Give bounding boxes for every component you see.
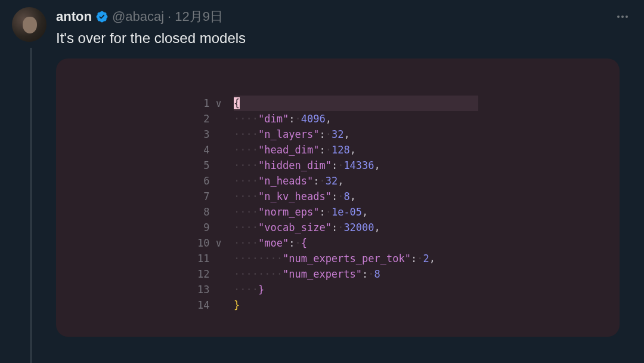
fold-chevron-icon[interactable]: ∨: [209, 97, 228, 109]
line-number: 12: [197, 266, 228, 282]
code-card: 1 ∨ 2 3 4 5 6 7 8 9 10 ∨ 11 12 13 14 {··…: [56, 59, 620, 337]
tweet: anton @abacaj · 12月9日 It's over for the …: [0, 0, 644, 344]
fold-chevron-icon: [209, 175, 228, 187]
code-line: ····"vocab_size":·32000,: [234, 220, 478, 235]
code-line: ····"n_heads":·32,: [234, 173, 478, 189]
code-block: 1 ∨ 2 3 4 5 6 7 8 9 10 ∨ 11 12 13 14 {··…: [68, 96, 608, 313]
line-number: 6: [197, 173, 228, 189]
tweet-body: anton @abacaj · 12月9日 It's over for the …: [56, 7, 632, 337]
fold-chevron-icon[interactable]: ∨: [209, 237, 228, 249]
code-gutter: 1 ∨ 2 3 4 5 6 7 8 9 10 ∨ 11 12 13 14: [197, 96, 234, 313]
line-number: 5: [197, 158, 228, 173]
display-name[interactable]: anton: [56, 9, 92, 24]
line-number: 10 ∨: [197, 235, 228, 251]
fold-chevron-icon: [209, 113, 228, 125]
code-line: {: [234, 96, 478, 111]
thread-line: [30, 48, 32, 363]
selected-brace: {: [234, 97, 240, 109]
fold-chevron-icon: [209, 299, 228, 311]
line-number: 14: [197, 297, 228, 313]
svg-point-0: [617, 16, 620, 18]
code-line: ····"head_dim":·128,: [234, 142, 478, 158]
line-number: 7: [197, 189, 228, 204]
separator: ·: [168, 9, 171, 24]
fold-chevron-icon: [209, 268, 228, 280]
fold-chevron-icon: [209, 284, 228, 296]
line-number: 3: [197, 127, 228, 142]
code-line: ····"moe":·{: [234, 235, 478, 251]
fold-chevron-icon: [209, 222, 228, 233]
code-line: ····"dim":·4096,: [234, 111, 478, 127]
line-number: 13: [197, 282, 228, 297]
code-line: ····"n_layers":·32,: [234, 127, 478, 142]
svg-point-2: [626, 16, 628, 18]
more-icon[interactable]: [613, 7, 632, 26]
code-line: ····}: [234, 282, 478, 297]
line-number: 4: [197, 142, 228, 158]
handle[interactable]: @abacaj: [112, 9, 164, 24]
code-line: ····"n_kv_heads":·8,: [234, 189, 478, 204]
code-line: }: [234, 297, 478, 313]
fold-chevron-icon: [209, 206, 228, 218]
avatar[interactable]: [12, 7, 47, 42]
fold-chevron-icon: [209, 159, 228, 171]
fold-chevron-icon: [209, 144, 228, 156]
line-number: 2: [197, 111, 228, 127]
tweet-date[interactable]: 12月9日: [175, 8, 223, 26]
verified-badge-icon: [95, 10, 109, 23]
tweet-text: It's over for the closed models: [56, 29, 632, 48]
code-content: {····"dim":·4096,····"n_layers":·32,····…: [234, 96, 478, 313]
fold-chevron-icon: [209, 253, 228, 264]
line-number: 9: [197, 220, 228, 235]
tweet-header: anton @abacaj · 12月9日: [56, 7, 632, 26]
code-line: ········"num_experts_per_tok":·2,: [234, 251, 478, 266]
fold-chevron-icon: [209, 128, 228, 140]
code-line: ····"hidden_dim":·14336,: [234, 158, 478, 173]
code-line: ········"num_experts":·8: [234, 266, 478, 282]
fold-chevron-icon: [209, 190, 228, 202]
line-number: 11: [197, 251, 228, 266]
code-line: ····"norm_eps":·1e-05,: [234, 204, 478, 220]
line-number: 1 ∨: [197, 96, 228, 111]
line-number: 8: [197, 204, 228, 220]
svg-point-1: [621, 16, 624, 18]
